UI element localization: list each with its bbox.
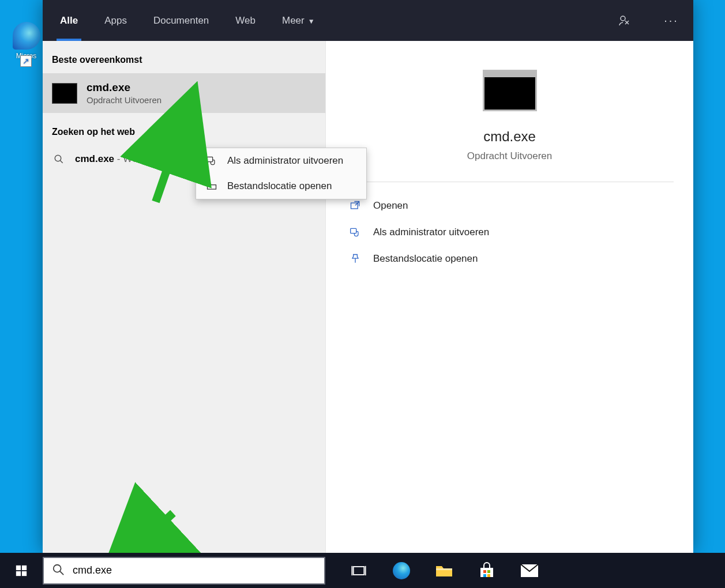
svg-rect-14 [354, 567, 365, 575]
edge-icon [13, 22, 40, 50]
taskbar-app-edge[interactable] [389, 558, 414, 583]
tab-web[interactable]: Web [232, 10, 259, 31]
results-column: Beste overeenkomst cmd.exe Opdracht Uitv… [43, 41, 325, 553]
context-menu: Als administrator uitvoeren Bestandsloca… [196, 148, 367, 199]
best-match-result[interactable]: cmd.exe Opdracht Uitvoeren [43, 73, 325, 113]
preview-subtitle: Opdracht Uitvoeren [326, 150, 693, 162]
svg-point-1 [55, 155, 61, 161]
tab-all[interactable]: Alle [57, 10, 81, 31]
feedback-icon[interactable] [616, 13, 632, 29]
taskbar-search-input[interactable] [73, 564, 316, 576]
action-open-location[interactable]: Bestandslocatie openen [345, 246, 674, 272]
chevron-down-icon: ▼ [308, 17, 315, 25]
best-match-header: Beste overeenkomst [43, 41, 325, 73]
svg-point-12 [54, 564, 61, 572]
action-run-admin[interactable]: Als administrator uitvoeren [345, 219, 674, 246]
context-menu-open-location[interactable]: Bestandslocatie openen [196, 174, 366, 199]
store-icon [478, 562, 495, 579]
cmd-icon [52, 83, 77, 104]
svg-rect-11 [22, 571, 27, 575]
admin-shield-icon [349, 227, 362, 238]
action-open[interactable]: Openen [345, 193, 674, 219]
svg-rect-18 [483, 570, 486, 573]
svg-point-0 [621, 16, 625, 21]
taskbar [0, 553, 693, 588]
web-search-header: Zoeken op het web [43, 113, 325, 145]
svg-rect-10 [16, 571, 21, 575]
cmd-icon-large [483, 70, 537, 111]
tab-more-label: Meer [282, 15, 305, 26]
mail-icon [520, 564, 539, 578]
web-query-term: cmd.exe [75, 153, 114, 164]
best-match-subtitle: Opdracht Uitvoeren [87, 95, 161, 105]
pin-icon [349, 253, 362, 265]
svg-rect-9 [22, 565, 27, 570]
preview-column: cmd.exe Opdracht Uitvoeren Openen Als ad… [325, 41, 693, 553]
svg-rect-17 [436, 568, 452, 570]
taskbar-app-store[interactable] [474, 558, 499, 583]
svg-rect-8 [16, 565, 21, 570]
svg-rect-5 [351, 228, 356, 233]
desktop-shortcut-edge[interactable]: ↗ Micros [10, 22, 42, 60]
tab-documents[interactable]: Documenten [150, 10, 212, 31]
search-tabs-bar: Alle Apps Documenten Web Meer▼ ··· [43, 0, 693, 41]
action-open-label: Openen [373, 200, 408, 212]
svg-line-2 [60, 160, 63, 163]
svg-rect-20 [483, 574, 486, 577]
context-menu-run-admin-label: Als administrator uitvoeren [227, 155, 343, 167]
search-icon [52, 563, 65, 578]
action-run-admin-label: Als administrator uitvoeren [373, 227, 489, 238]
svg-line-13 [60, 571, 63, 574]
svg-rect-19 [487, 570, 490, 573]
search-icon [52, 154, 66, 164]
action-open-location-label: Bestandslocatie openen [373, 253, 478, 265]
shortcut-arrow-icon: ↗ [20, 55, 32, 67]
tab-apps[interactable]: Apps [101, 10, 130, 31]
file-explorer-icon [435, 563, 453, 578]
folder-icon [205, 180, 218, 192]
admin-shield-icon [205, 155, 218, 167]
open-icon [349, 200, 362, 212]
svg-rect-21 [487, 574, 490, 577]
task-view-button[interactable] [346, 558, 371, 583]
context-menu-open-location-label: Bestandslocatie openen [227, 180, 332, 192]
preview-title: cmd.exe [326, 129, 693, 145]
taskbar-search-box[interactable] [43, 557, 325, 585]
search-panel: Alle Apps Documenten Web Meer▼ ··· Beste… [43, 0, 693, 553]
edge-icon [393, 562, 410, 579]
context-menu-run-admin[interactable]: Als administrator uitvoeren [196, 148, 366, 174]
tab-more[interactable]: Meer▼ [279, 10, 318, 31]
taskbar-app-mail[interactable] [517, 558, 542, 583]
best-match-title: cmd.exe [87, 81, 161, 94]
start-button[interactable] [0, 553, 43, 588]
more-options-icon[interactable]: ··· [663, 13, 679, 29]
web-query-suffix: - Webr [114, 153, 146, 164]
svg-rect-3 [207, 157, 213, 161]
taskbar-app-explorer[interactable] [431, 558, 457, 583]
windows-icon [15, 564, 28, 577]
